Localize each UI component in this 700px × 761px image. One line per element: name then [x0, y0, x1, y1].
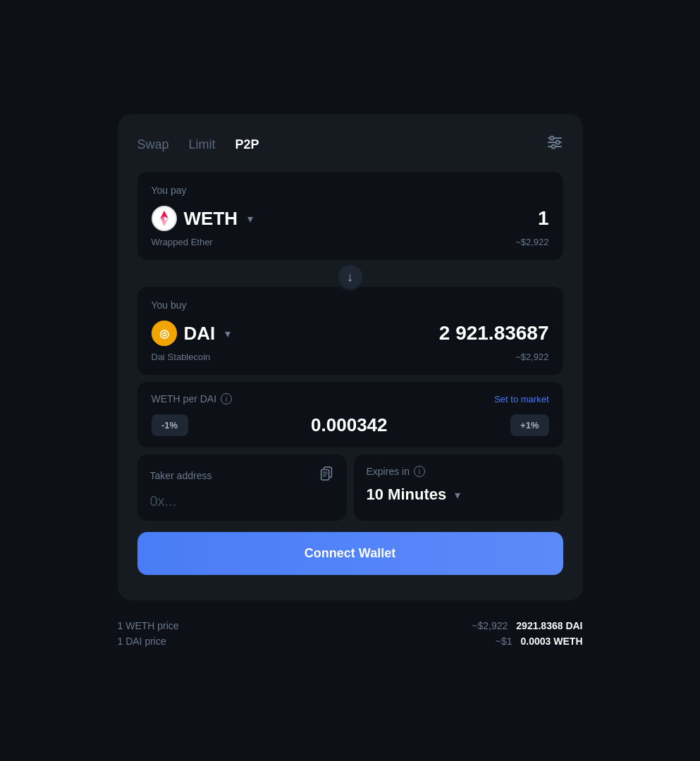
swap-widget: Swap Limit P2P You pay	[118, 114, 583, 600]
you-pay-token-row: WETH ▾ 1	[152, 206, 549, 231]
svg-text:◎: ◎	[159, 328, 169, 340]
expires-label: Expires in i	[367, 466, 551, 477]
settings-icon[interactable]	[546, 134, 563, 155]
weth-price-values: ~$2,922 2921.8368 DAI	[472, 620, 582, 631]
rate-card: WETH per DAI i Set to market -1% 0.00034…	[137, 382, 563, 447]
weth-price-crypto: 2921.8368 DAI	[516, 620, 582, 631]
bottom-row: Taker address 0x... Expires in i	[137, 454, 563, 521]
weth-price-label: 1 WETH price	[118, 620, 179, 631]
tab-limit[interactable]: Limit	[189, 137, 216, 152]
rate-value[interactable]: 0.000342	[197, 414, 503, 436]
you-buy-amount[interactable]: 2 921.83687	[439, 322, 549, 345]
weth-full-name: Wrapped Ether	[152, 237, 213, 247]
expires-info-icon[interactable]: i	[414, 466, 425, 477]
rate-controls: -1% 0.000342 +1%	[152, 414, 549, 436]
weth-price-row: 1 WETH price ~$2,922 2921.8368 DAI	[118, 620, 583, 631]
weth-token-selector[interactable]: WETH ▾	[152, 206, 254, 231]
svg-point-4	[555, 141, 559, 144]
set-to-market-button[interactable]: Set to market	[494, 394, 548, 404]
tabs-header: Swap Limit P2P	[137, 134, 563, 155]
rate-label: WETH per DAI i	[152, 393, 233, 404]
dai-full-name: Dai Stablecoin	[152, 352, 211, 362]
taker-address-card: Taker address 0x...	[137, 454, 347, 521]
dai-price-crypto: 0.0003 WETH	[521, 636, 583, 647]
connect-wallet-button[interactable]: Connect Wallet	[137, 532, 563, 575]
you-pay-usd: ~$2,922	[515, 237, 548, 247]
swap-arrow-wrapper: ↓	[137, 263, 563, 291]
weth-chevron-icon: ▾	[247, 212, 253, 225]
you-buy-card: You buy ◎ DAI ▾ 2 921.83687 Dai Stableco…	[137, 287, 563, 375]
dai-token-name: DAI	[184, 323, 216, 345]
weth-price-usd: ~$2,922	[472, 620, 508, 631]
dai-token-selector[interactable]: ◎ DAI ▾	[152, 321, 231, 346]
dai-chevron-icon: ▾	[225, 327, 231, 340]
dai-price-usd: ~$1	[496, 636, 512, 647]
svg-point-5	[551, 145, 555, 149]
you-buy-label: You buy	[152, 299, 549, 311]
taker-address-input[interactable]: 0x...	[150, 493, 334, 509]
dai-icon: ◎	[152, 321, 177, 346]
dai-price-label: 1 DAI price	[118, 636, 166, 647]
svg-point-3	[550, 137, 553, 140]
taker-label: Taker address	[150, 466, 334, 485]
weth-icon	[152, 206, 177, 231]
rate-header: WETH per DAI i Set to market	[152, 393, 549, 404]
minus-one-pct-button[interactable]: -1%	[152, 414, 188, 436]
weth-token-name: WETH	[184, 208, 238, 230]
swap-direction-button[interactable]: ↓	[336, 263, 364, 291]
dai-price-values: ~$1 0.0003 WETH	[496, 636, 583, 647]
rate-label-text: WETH per DAI	[152, 393, 217, 404]
expires-selector[interactable]: 10 Minutes ▾	[367, 485, 551, 504]
you-pay-label: You pay	[152, 185, 549, 196]
you-buy-sub-row: Dai Stablecoin ~$2,922	[152, 352, 549, 362]
rate-info-icon[interactable]: i	[221, 393, 232, 404]
you-buy-usd: ~$2,922	[515, 352, 548, 362]
you-pay-card: You pay WETH ▾ 1 Wrapped Ether ~$2,9	[137, 172, 563, 260]
you-pay-sub-row: Wrapped Ether ~$2,922	[152, 237, 549, 247]
you-buy-token-row: ◎ DAI ▾ 2 921.83687	[152, 321, 549, 346]
tab-swap[interactable]: Swap	[137, 137, 169, 152]
taker-label-text: Taker address	[150, 470, 212, 481]
clipboard-icon[interactable]	[319, 466, 334, 485]
price-footer: 1 WETH price ~$2,922 2921.8368 DAI 1 DAI…	[118, 620, 583, 647]
expires-value-text: 10 Minutes	[367, 485, 447, 504]
you-pay-amount[interactable]: 1	[538, 207, 549, 230]
tab-p2p[interactable]: P2P	[235, 137, 259, 152]
expires-label-text: Expires in	[367, 466, 410, 477]
expires-chevron-icon: ▾	[455, 488, 460, 502]
expires-card: Expires in i 10 Minutes ▾	[354, 454, 563, 521]
plus-one-pct-button[interactable]: +1%	[510, 414, 548, 436]
dai-price-row: 1 DAI price ~$1 0.0003 WETH	[118, 636, 583, 647]
svg-rect-13	[321, 470, 328, 481]
